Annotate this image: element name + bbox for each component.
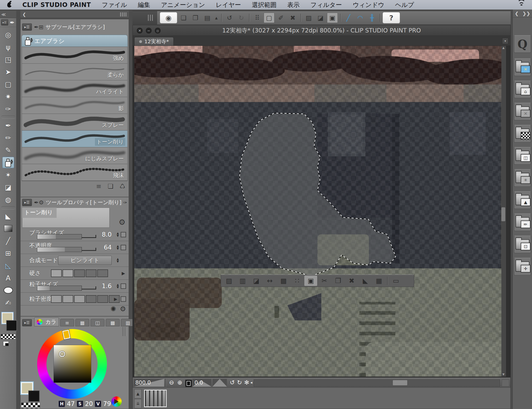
expand-selection-icon[interactable]: ↔ bbox=[263, 276, 276, 286]
menu-item[interactable]: ウィンドウ bbox=[353, 1, 384, 9]
snap-scatter-button[interactable]: ⠿ bbox=[252, 13, 263, 23]
new-tone-icon[interactable]: ▦ bbox=[373, 276, 385, 286]
material-3d-folder[interactable]: ⊡ bbox=[514, 236, 531, 253]
sv-cursor[interactable] bbox=[59, 351, 65, 357]
background-color-swatch[interactable] bbox=[28, 390, 40, 402]
csp-logo-button[interactable]: ◉ bbox=[160, 12, 177, 23]
blend-tool[interactable]: ◍ bbox=[2, 194, 14, 205]
menu-item[interactable]: 選択範囲 bbox=[252, 1, 277, 9]
blur-border-icon[interactable]: ∷ bbox=[291, 276, 304, 286]
dynamics-checkbox[interactable] bbox=[121, 296, 126, 302]
save-file-button[interactable]: ▤ bbox=[202, 13, 213, 23]
eraser-tool[interactable]: ◪ bbox=[2, 182, 14, 193]
spinner[interactable]: ▲▼ bbox=[117, 245, 119, 250]
resize-corner[interactable] bbox=[502, 379, 509, 387]
material-effect-folder[interactable]: ✳ bbox=[514, 169, 531, 187]
select-area-button[interactable]: ▢ bbox=[264, 13, 274, 23]
panel-column-collapse-bar[interactable]: ❮ bbox=[20, 11, 129, 18]
color-slider-tab[interactable]: ≡ bbox=[60, 319, 74, 326]
subtool-group-header[interactable]: エアブラシ bbox=[22, 35, 128, 47]
scale-selection-icon[interactable]: ✖ bbox=[345, 276, 358, 286]
free-transform-button[interactable]: ✖ bbox=[287, 13, 298, 23]
menu-item[interactable]: ヘルプ bbox=[395, 1, 414, 9]
spinner[interactable]: ▲▼ bbox=[117, 284, 119, 289]
brush-highlight[interactable]: ハイライト bbox=[22, 80, 127, 97]
dynamics-checkbox[interactable] bbox=[121, 232, 126, 237]
draw-selection-icon[interactable]: ▣ bbox=[304, 276, 317, 286]
panel-menu-button[interactable]: ▸☰ bbox=[22, 23, 32, 31]
decoration-tool[interactable]: ✶ bbox=[2, 169, 14, 181]
timeline-thumbnail[interactable] bbox=[144, 390, 167, 407]
redo-button[interactable]: ↻ bbox=[236, 13, 247, 23]
hand-tool[interactable]: ψ bbox=[2, 41, 14, 53]
value-slider[interactable] bbox=[37, 286, 82, 291]
transparent-color-swatch[interactable] bbox=[1, 334, 16, 339]
transparent-color-swatch[interactable] bbox=[21, 403, 40, 408]
selection-launcher-icon[interactable]: ▭ bbox=[389, 276, 402, 286]
brush-strong[interactable]: 強め bbox=[22, 47, 127, 64]
brush-tool[interactable]: ✎ bbox=[2, 144, 14, 156]
quick-access-button[interactable]: Q bbox=[514, 35, 531, 53]
menu-item[interactable]: フィルター bbox=[311, 1, 342, 9]
pencil-tool[interactable]: ✏ bbox=[2, 132, 14, 143]
material-download-folder[interactable]: ✏ bbox=[514, 214, 531, 231]
value-slider[interactable] bbox=[37, 247, 82, 252]
delete-subtool-icon[interactable]: ♺ bbox=[118, 182, 127, 191]
spinner[interactable]: ▲▼ bbox=[117, 232, 119, 237]
move-tool[interactable]: ◳ bbox=[2, 54, 14, 65]
dynamics-checkbox[interactable] bbox=[121, 283, 126, 289]
new-subtool-icon[interactable]: ❏ bbox=[106, 182, 115, 191]
rotate-field[interactable]: 0.0 bbox=[192, 379, 211, 387]
shrink-selection-icon[interactable]: ▩ bbox=[277, 276, 290, 286]
fill-selection-icon[interactable]: ◣ bbox=[359, 276, 372, 286]
drag-grip[interactable] bbox=[120, 12, 127, 16]
selection-tool[interactable]: ▢ bbox=[2, 79, 14, 90]
scrollbar-thumb[interactable] bbox=[501, 207, 505, 221]
saturation-value-square[interactable] bbox=[54, 345, 91, 383]
command-bar-grip[interactable] bbox=[132, 11, 157, 24]
document-tab[interactable]: 12実相寺* bbox=[134, 37, 174, 46]
collapse-left-icon[interactable]: ❮ bbox=[22, 12, 26, 17]
save-options-button[interactable]: ▲ bbox=[214, 13, 219, 23]
sidebar-expand-icon[interactable]: ❯❯ bbox=[522, 11, 530, 16]
deselect-icon[interactable]: ▨ bbox=[223, 276, 235, 286]
ruler-tool[interactable]: ◺ bbox=[2, 260, 14, 271]
material-layout-folder[interactable]: ◫ bbox=[514, 147, 531, 165]
background-color-swatch[interactable] bbox=[6, 320, 17, 331]
rotate-ccw-icon[interactable]: ↺ bbox=[228, 379, 236, 386]
invert-selection-button[interactable]: ◪ bbox=[315, 13, 326, 23]
float-button[interactable]: ▫ bbox=[154, 27, 161, 34]
panel-menu-button[interactable]: ▸☰ bbox=[22, 199, 32, 206]
wrench-settings-icon[interactable]: ⚙ bbox=[120, 305, 126, 313]
selection-pen-button[interactable]: ✐ bbox=[276, 13, 286, 23]
spinner[interactable]: ▲▼ bbox=[117, 258, 119, 263]
zoom-out-icon[interactable]: ⊖ bbox=[168, 379, 175, 386]
brush-tone-scrape[interactable]: トーン削り bbox=[22, 131, 127, 147]
menu-item[interactable]: アニメーション bbox=[161, 1, 205, 9]
spray-effect-icon[interactable]: ✺ bbox=[110, 305, 116, 313]
invert-selection-icon[interactable]: ◪ bbox=[250, 276, 263, 286]
operation-tool[interactable]: ➤ bbox=[2, 66, 14, 78]
pen-tool[interactable]: ✒ bbox=[2, 120, 14, 131]
zoom-field[interactable]: 800.0 bbox=[134, 379, 164, 387]
vertical-scrollbar[interactable]: ▲ ▼ bbox=[501, 46, 506, 377]
close-button[interactable]: ✕ bbox=[136, 27, 143, 34]
gradient-tool[interactable] bbox=[2, 223, 14, 234]
panel-resize-grip[interactable] bbox=[122, 327, 127, 336]
zoom-tool[interactable]: ◎ bbox=[2, 29, 14, 40]
menu-item[interactable]: レイヤー bbox=[216, 1, 241, 9]
settings-wrench-icon[interactable]: ⚙ bbox=[119, 218, 126, 227]
deselect-button[interactable]: ▨ bbox=[303, 13, 314, 23]
help-button[interactable]: ? bbox=[383, 12, 400, 23]
level-segments[interactable] bbox=[51, 295, 120, 303]
material-color-pattern-folder[interactable]: ✕ bbox=[514, 58, 531, 76]
tool-strip-collapse-bar[interactable]: ≪ bbox=[0, 11, 16, 18]
fit-to-screen-button[interactable] bbox=[185, 380, 192, 387]
subtool-detail-icon[interactable]: ≡ bbox=[94, 182, 103, 191]
pin-icon[interactable]: ✑ bbox=[123, 200, 127, 205]
collapse-left-icon[interactable]: ≪ bbox=[1, 12, 6, 17]
tool-palette-menu-button[interactable]: ▸☰ bbox=[1, 19, 8, 25]
horizontal-scrollbar[interactable] bbox=[254, 379, 500, 387]
zoom-in-icon[interactable]: ⊕ bbox=[176, 379, 184, 386]
material-manga-folder[interactable] bbox=[514, 125, 531, 142]
